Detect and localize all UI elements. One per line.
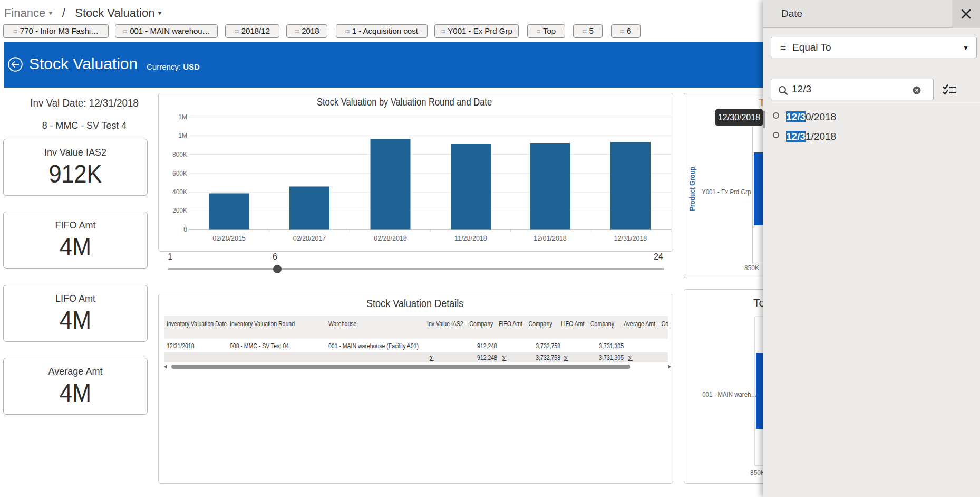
svg-text:12/31/2018: 12/31/2018 — [614, 235, 647, 242]
svg-text:02/28/2015: 02/28/2015 — [212, 235, 246, 242]
svg-text:02/28/2017: 02/28/2017 — [293, 235, 326, 242]
svg-text:200K: 200K — [172, 207, 187, 214]
svg-text:400K: 400K — [172, 188, 187, 196]
svg-text:11/28/2018: 11/28/2018 — [454, 235, 487, 242]
svg-text:1M: 1M — [178, 113, 187, 121]
svg-text:12/01/2018: 12/01/2018 — [533, 235, 567, 242]
svg-text:800K: 800K — [172, 151, 187, 158]
svg-text:0: 0 — [183, 226, 187, 233]
svg-text:600K: 600K — [172, 170, 187, 177]
svg-text:1M: 1M — [178, 132, 187, 139]
svg-text:02/28/2018: 02/28/2018 — [374, 235, 407, 242]
